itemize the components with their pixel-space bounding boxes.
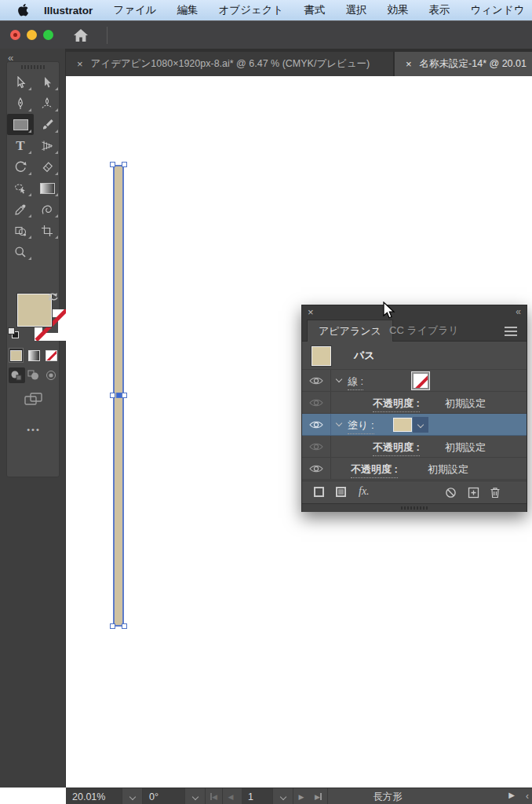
opacity-label[interactable]: 不透明度 : [373, 440, 420, 456]
duplicate-selected-item-button[interactable] [468, 487, 479, 501]
add-new-fill-button[interactable] [336, 487, 346, 497]
zoom-level-field[interactable]: 20.01% [66, 788, 122, 804]
add-new-effect-button[interactable]: fx. [359, 485, 370, 498]
pen-tool-icon[interactable] [7, 93, 34, 114]
menu-view[interactable]: 表示 [428, 3, 450, 17]
panel-collapse-icon[interactable]: « [516, 306, 520, 317]
type-tool-icon[interactable]: T [7, 135, 34, 156]
document-tab-1[interactable]: × アイデアピン1080×1920px-8.ai* @ 6.47 % (CMYK… [66, 52, 394, 76]
menu-edit[interactable]: 編集 [177, 3, 199, 17]
opacity-value[interactable]: 初期設定 [445, 440, 486, 455]
selection-handle-top-right[interactable] [122, 162, 127, 167]
eyedropper-tool-icon[interactable] [7, 199, 34, 220]
opacity-value[interactable]: 初期設定 [445, 397, 486, 411]
zoom-tool-icon[interactable] [7, 241, 34, 262]
close-window-button[interactable] [10, 30, 20, 40]
shaper-tool-icon[interactable] [7, 177, 34, 199]
edit-toolbar-ellipsis[interactable]: ••• [7, 425, 60, 434]
visibility-eye-icon[interactable] [309, 442, 323, 451]
close-tab-icon[interactable]: × [77, 58, 83, 70]
appearance-panel-header[interactable]: × « [302, 305, 527, 320]
add-new-stroke-button[interactable] [314, 487, 324, 497]
menu-effect[interactable]: 効果 [387, 3, 408, 17]
selection-handle-mid-right[interactable] [122, 393, 127, 398]
menu-type[interactable]: 書式 [304, 3, 325, 17]
first-artboard-button[interactable]: ◀ [206, 788, 223, 804]
gradient-mode-button[interactable] [26, 348, 41, 363]
zoom-dropdown-chevron[interactable] [122, 788, 143, 804]
curvature-tool-icon[interactable] [34, 93, 60, 114]
draw-inside-mode-button[interactable] [42, 367, 59, 383]
color-mode-button[interactable] [9, 348, 24, 363]
next-artboard-button[interactable]: ▶ [293, 788, 309, 804]
default-fill-stroke-icon[interactable] [8, 327, 19, 338]
home-icon[interactable] [72, 27, 89, 43]
clear-appearance-button[interactable] [445, 487, 457, 501]
selection-tool-icon[interactable] [7, 71, 34, 93]
artboard-number-field[interactable]: 1 [242, 788, 273, 804]
rotation-field[interactable]: 0° [143, 788, 185, 804]
swap-fill-stroke-icon[interactable] [46, 291, 60, 303]
menu-window[interactable]: ウィンドウ [470, 3, 524, 17]
panel-close-icon[interactable]: × [308, 306, 314, 318]
selection-handle-bottom-left[interactable] [110, 623, 115, 629]
none-mode-button[interactable] [44, 348, 59, 363]
selection-handle-bottom-right[interactable] [122, 623, 127, 629]
visibility-eye-icon[interactable] [309, 398, 323, 407]
menu-file[interactable]: ファイル [113, 3, 156, 17]
last-artboard-button[interactable]: ▶ [309, 788, 328, 804]
fill-attribute-row-selected[interactable]: 塗り : [302, 414, 527, 436]
delete-selected-item-button[interactable] [490, 487, 501, 501]
stroke-attribute-row[interactable]: 線 : [302, 370, 527, 392]
visibility-eye-icon[interactable] [309, 420, 323, 429]
stroke-opacity-row[interactable]: 不透明度 : 初期設定 [302, 392, 527, 414]
gradient-tool-icon[interactable] [34, 177, 60, 199]
paintbrush-tool-icon[interactable] [34, 114, 60, 135]
zoom-window-button[interactable] [43, 30, 53, 40]
perspective-grid-tool-icon[interactable] [34, 135, 60, 156]
minimize-window-button[interactable] [27, 30, 37, 40]
tools-panel-grip[interactable] [21, 65, 46, 69]
artboard-tool-icon[interactable] [34, 220, 60, 241]
visibility-eye-icon[interactable] [309, 464, 323, 473]
expand-chevron-icon[interactable] [336, 420, 342, 426]
blend-tool-icon[interactable] [34, 199, 60, 220]
shape-builder-tool-icon[interactable] [7, 220, 34, 241]
direct-selection-tool-icon[interactable] [34, 71, 60, 93]
artboard-dropdown-chevron[interactable] [273, 788, 293, 804]
draw-behind-mode-button[interactable] [26, 367, 42, 383]
previous-artboard-button[interactable]: ◀ [223, 788, 239, 804]
fill-swatch-dropdown[interactable] [413, 417, 428, 433]
opacity-label[interactable]: 不透明度 : [373, 397, 420, 412]
eraser-tool-icon[interactable] [34, 156, 60, 177]
menu-select[interactable]: 選択 [345, 3, 366, 17]
stroke-none-swatch[interactable] [412, 372, 429, 389]
selection-handle-top-left[interactable] [110, 162, 115, 167]
path-opacity-row[interactable]: 不透明度 : 初期設定 [302, 458, 527, 480]
change-screen-mode-icon[interactable] [24, 392, 43, 407]
appearance-target-row[interactable]: パス [302, 342, 527, 370]
panel-menu-icon[interactable] [505, 327, 517, 328]
expand-chevron-icon[interactable] [336, 376, 342, 382]
tab-cc-libraries[interactable]: CC ライブラリ [378, 320, 470, 342]
draw-normal-mode-button[interactable] [9, 367, 25, 383]
stroke-label[interactable]: 線 : [348, 375, 363, 390]
fill-label[interactable]: 塗り : [348, 418, 374, 434]
rotate-tool-icon[interactable] [7, 156, 34, 177]
selection-handle-mid-left[interactable] [110, 393, 115, 398]
document-tab-2[interactable]: × 名称未設定-14* @ 20.01 [395, 52, 532, 76]
status-collapse-icon[interactable]: ‹ [526, 791, 529, 802]
visibility-eye-icon[interactable] [309, 376, 323, 386]
fill-color-swatch[interactable] [393, 418, 412, 432]
opacity-label[interactable]: 不透明度 : [351, 462, 398, 478]
panel-resize-strip[interactable] [302, 503, 527, 512]
close-tab-icon[interactable]: × [406, 58, 412, 70]
menu-object[interactable]: オブジェクト [219, 3, 284, 17]
fill-opacity-row[interactable]: 不透明度 : 初期設定 [302, 436, 527, 458]
status-flyout-arrow[interactable]: ▶ [508, 791, 515, 799]
opacity-value[interactable]: 初期設定 [428, 462, 468, 477]
apple-menu-icon[interactable] [17, 3, 30, 17]
menu-app-name[interactable]: Illustrator [44, 5, 93, 16]
rectangle-tool-icon[interactable] [7, 114, 34, 135]
rotation-dropdown-chevron[interactable] [185, 788, 206, 804]
